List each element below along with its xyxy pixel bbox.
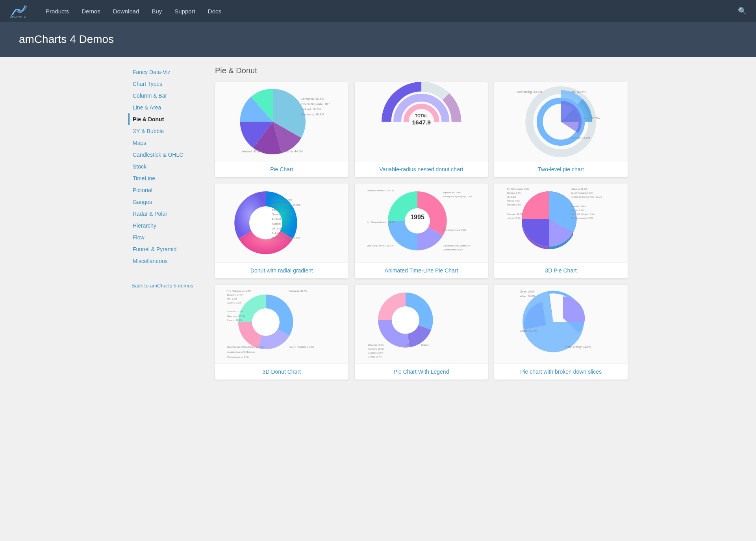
svg-point-50 xyxy=(252,308,280,336)
svg-text:Czechia: 44.0%: Czechia: 44.0% xyxy=(282,150,303,153)
chart-thumbnail-two-level: Remaining: 33.7% First: 33.5% First + Se… xyxy=(494,82,628,161)
nav-support[interactable]: Support xyxy=(174,8,195,15)
svg-text:Lithuania: 30.9%: Lithuania: 30.9% xyxy=(272,199,292,202)
sidebar-item-xy-bubble[interactable]: XY & Bubble xyxy=(128,125,202,137)
search-icon[interactable]: 🔍 xyxy=(738,7,747,15)
chart-thumbnail-animated-timeline: 1995 Unannex services: 20.7% ion Communi… xyxy=(355,183,488,262)
nav-buy[interactable]: Buy xyxy=(152,8,162,15)
svg-text:Germany: 10.9%: Germany: 10.9% xyxy=(301,113,324,116)
sidebar-item-fancy-data-viz[interactable]: Fancy Data-Viz xyxy=(128,66,202,78)
svg-text:Lithuania: 32.9%: Lithuania: 32.9% xyxy=(301,97,324,100)
svg-text:TOTAL: TOTAL xyxy=(415,114,428,118)
svg-text:Ireland: 10.2% Germany: 10.1%: Ireland: 10.2% Germany: 10.1% xyxy=(571,196,602,198)
chart-label-pie-chart: Pie Chart xyxy=(215,161,348,177)
sidebar-item-radar-polar[interactable]: Radar & Polar xyxy=(128,208,202,220)
svg-text:Australia: 5.5%: Australia: 5.5% xyxy=(507,204,521,206)
main-layout: Fancy Data-Viz Chart Types Column & Bar … xyxy=(122,57,634,389)
chart-card-pie-legend[interactable]: Lithuania 45.0% Germany 15.1% Australia … xyxy=(355,285,488,380)
svg-text:First + Second: 66.7%: First + Second: 66.7% xyxy=(570,117,600,120)
chart-thumbnail-pie: Lithuania: 32.9% Czech Republic: 18.0% I… xyxy=(215,82,348,161)
svg-text:1647.9: 1647.9 xyxy=(412,119,431,126)
svg-text:War Retail /Motor: 11.9%: War Retail /Motor: 11.9% xyxy=(367,245,393,247)
nav-download[interactable]: Download xyxy=(113,8,139,15)
svg-text:Germany: 18.5%: Germany: 18.5% xyxy=(507,213,523,215)
sidebar-item-line-area[interactable]: Line & Area xyxy=(128,102,202,113)
svg-text:Second: 33.2%: Second: 33.2% xyxy=(570,136,591,140)
svg-text:Austria: 7.3%: Austria: 7.3% xyxy=(227,302,241,304)
svg-text:The Netherlands: 3.5%: The Netherlands: 3.5% xyxy=(227,290,252,292)
svg-text:Manufacturing: 27.8%: Manufacturing: 27.8% xyxy=(443,229,466,231)
sidebar-item-stock[interactable]: Stock xyxy=(128,161,202,172)
chart-card-animated-timeline[interactable]: 1995 Unannex services: 20.7% ion Communi… xyxy=(355,183,488,278)
nav-docs[interactable]: Docs xyxy=(208,8,221,15)
sidebar-item-pictorial[interactable]: Pictorial xyxy=(128,184,202,196)
chart-card-3d-pie[interactable]: The Netherlands: 3.0% Belgium: 3.4% UK: … xyxy=(494,183,628,278)
svg-text:The Netherlands  3.0%: The Netherlands 3.0% xyxy=(227,356,249,358)
content-area: Pie & Donut Lithuania: 32.9% xyxy=(209,66,634,380)
svg-text:The Netherlands: 3.0%: The Netherlands: 3.0% xyxy=(507,188,529,190)
svg-text:Ireland: 10.2%: Ireland: 10.2% xyxy=(301,107,321,111)
svg-text:Construction: 5.6%: Construction: 5.6% xyxy=(443,248,463,251)
chart-thumbnail-pie-legend: Lithuania 45.0% Germany 15.1% Australia … xyxy=(355,285,488,363)
sidebar-item-candlestick-ohlc[interactable]: Candlestick & OHLC xyxy=(128,149,202,161)
svg-text:Germany 15.1%: Germany 15.1% xyxy=(368,348,384,350)
svg-text:Wine: 10.0%: Wine: 10.0% xyxy=(520,295,536,298)
sidebar-item-miscellaneous[interactable]: Miscellaneous xyxy=(128,255,202,267)
svg-text:Austria: 7.0%: Austria: 7.0% xyxy=(571,209,584,211)
svg-text:UK: 3.2%: UK: 3.2% xyxy=(507,196,516,198)
svg-text:Austria 11.7%: Austria 11.7% xyxy=(368,356,382,358)
sidebar-item-column-bar[interactable]: Column & Bar xyxy=(128,90,202,102)
chart-thumbnail-3d-pie: The Netherlands: 3.0% Belgium: 3.4% UK: … xyxy=(494,183,628,262)
section-title: Pie & Donut xyxy=(215,66,628,75)
svg-text:Czech Republic: 18.0%: Czech Republic: 18.0% xyxy=(301,102,330,106)
svg-text:Australia: 8.0%: Australia: 8.0% xyxy=(272,218,290,220)
svg-text:Fresh Energy: 19.9%: Fresh Energy: 19.9% xyxy=(565,345,591,348)
svg-text:Ireland: 32.2%: Ireland: 32.2% xyxy=(227,319,243,321)
svg-text:UK: 5.2%: UK: 5.2% xyxy=(227,298,237,300)
svg-point-63 xyxy=(392,306,419,334)
sidebar-item-gauges[interactable]: Gauges xyxy=(128,196,202,208)
chart-card-3d-donut[interactable]: The Netherlands: 3.5% Belgium: 3.4% UK: … xyxy=(215,285,348,380)
logo[interactable]: AMCHARTS xyxy=(9,4,30,18)
chart-card-variable-radius[interactable]: TOTAL 1647.9 Variable-radius nested donu… xyxy=(355,82,488,177)
sidebar-item-chart-types[interactable]: Chart Types xyxy=(128,78,202,90)
sidebar-item-hierarchy[interactable]: Hierarchy xyxy=(128,220,202,232)
chart-grid: Lithuania: 32.9% Czech Republic: 18.0% I… xyxy=(215,82,628,380)
svg-point-26 xyxy=(405,208,430,233)
chart-card-donut-gradient[interactable]: Lithuania: 30.9% Czech Republic: 19.0% I… xyxy=(215,183,348,278)
chart-card-two-level[interactable]: Remaining: 33.7% First: 33.5% First + Se… xyxy=(494,82,628,177)
page-header: amCharts 4 Demos xyxy=(0,22,756,57)
svg-text:Mining and Quarrying: 8.7%: Mining and Quarrying: 8.7% xyxy=(443,195,472,198)
svg-text:Belgium: 4.0%: Belgium: 4.0% xyxy=(272,232,289,235)
chart-thumbnail-donut-gradient: Lithuania: 30.9% Czech Republic: 19.0% I… xyxy=(215,183,348,262)
sidebar-item-flow[interactable]: Flow xyxy=(128,232,202,243)
chart-thumbnail-3d-donut: The Netherlands: 3.5% Belgium: 3.4% UK: … xyxy=(215,285,348,363)
svg-text:Belgium: 3.4%: Belgium: 3.4% xyxy=(227,294,243,296)
back-to-v5-link[interactable]: Back to amCharts 5 demos xyxy=(128,280,202,292)
svg-text:Australia 12.9%: Australia 12.9% xyxy=(368,352,384,354)
chart-card-pie-chart[interactable]: Lithuania: 32.9% Czech Republic: 18.0% I… xyxy=(215,82,348,177)
svg-text:Australia: 8.0%: Australia: 8.0% xyxy=(571,205,586,208)
chart-label-variable-radius: Variable-radius nested donut chart xyxy=(355,161,488,177)
svg-text:Australia: 8.2%: Australia: 8.2% xyxy=(227,310,243,313)
sidebar-item-timeline[interactable]: TimeLine xyxy=(128,172,202,184)
chart-label-animated-timeline: Animated Time-Line Pie Chart xyxy=(355,262,488,278)
chart-label-3d-donut: 3D Donut Chart xyxy=(215,363,348,380)
svg-text:Belgium: 3.4%: Belgium: 3.4% xyxy=(507,192,521,194)
svg-text:1995: 1995 xyxy=(410,214,424,220)
svg-text:Germany: 10.9%: Germany: 10.9% xyxy=(272,213,293,216)
nav-links: Products Demos Download Buy Support Docs xyxy=(46,8,738,15)
chart-label-3d-pie: 3D Pie Chart xyxy=(494,262,628,278)
sidebar-item-pie-donut[interactable]: Pie & Donut xyxy=(128,113,202,125)
chart-label-donut-gradient: Donut with radial gradient xyxy=(215,262,348,278)
svg-text:Germany: 18.7%: Germany: 18.7% xyxy=(227,315,245,317)
chart-card-broken-slices[interactable]: Other: 3.0% Wine: 10.0% Fresh Energy: 19… xyxy=(494,285,628,380)
nav-demos[interactable]: Demos xyxy=(82,8,100,15)
svg-text:UK: 4.6% Belgium: 3.5%: UK: 4.6% Belgium: 3.5% xyxy=(571,213,595,215)
sidebar-item-maps[interactable]: Maps xyxy=(128,137,202,149)
svg-text:Vodka: 53.0%: Vodka: 53.0% xyxy=(520,330,537,332)
nav-products[interactable]: Products xyxy=(46,8,69,15)
sidebar: Fancy Data-Viz Chart Types Column & Bar … xyxy=(122,66,209,380)
svg-text:Czech Republic: 19.0%: Czech Republic: 19.0% xyxy=(272,204,300,207)
sidebar-item-funnel-pyramid[interactable]: Funnel & Pyramid xyxy=(128,243,202,255)
